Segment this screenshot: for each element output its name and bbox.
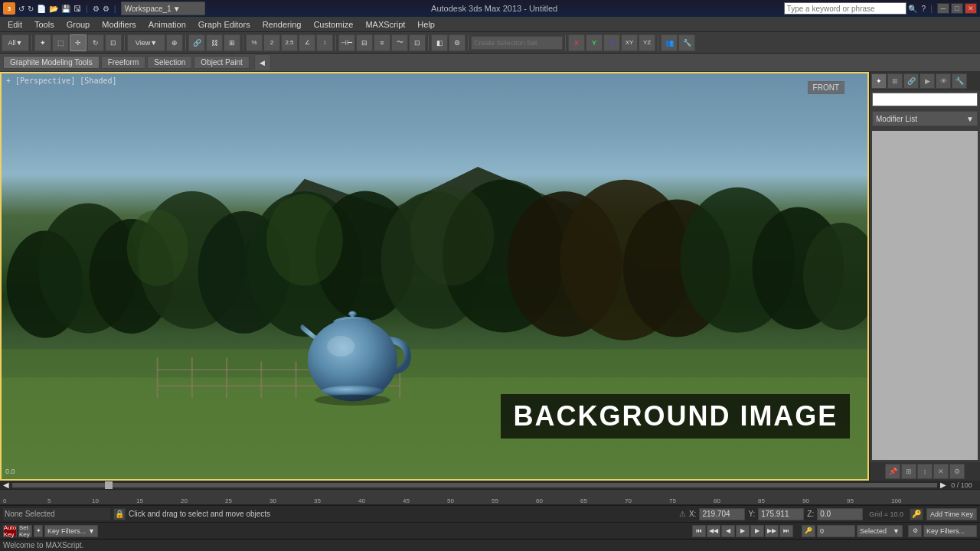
x-axis[interactable]: X — [568, 34, 585, 51]
next-frame-btn[interactable]: ▶ — [750, 525, 764, 537]
add-time-key-btn[interactable]: Add Time Key — [926, 508, 977, 520]
angle-snap[interactable]: ∠ — [299, 34, 315, 51]
select-scale[interactable]: ⊡ — [105, 34, 122, 51]
toolbar-save[interactable]: 💾 — [61, 5, 70, 13]
rp-tab-utilities[interactable]: 🔧 — [952, 73, 967, 89]
statusbar-lock-icon[interactable]: 🔒 — [113, 508, 126, 520]
pivot-btn[interactable]: ⊕ — [166, 34, 183, 51]
menu-modifiers[interactable]: Modifiers — [96, 17, 142, 31]
prev-key-btn[interactable]: ◀◀ — [707, 525, 720, 537]
align-btn[interactable]: ⊟ — [356, 34, 373, 51]
front-label-button[interactable]: FRONT — [808, 81, 844, 94]
z-coord-field[interactable]: 0.0 — [817, 508, 863, 520]
namedsel-btn[interactable]: 👥 — [661, 34, 678, 51]
rp-delete-btn[interactable]: ✕ — [933, 464, 949, 479]
key-filters-dropdown[interactable]: Key Filters... ▼ — [44, 525, 98, 537]
rp-tab-display[interactable]: 👁 — [936, 73, 951, 89]
y-coord-field[interactable]: 175.911 — [758, 508, 804, 520]
toolbar-open[interactable]: 📂 — [49, 5, 58, 13]
layer-btn[interactable]: ≡ — [374, 34, 390, 51]
set-key-btn[interactable]: Set Key — [18, 525, 32, 537]
snap2-5d[interactable]: 2.5 — [281, 34, 298, 51]
menu-help[interactable]: Help — [411, 17, 441, 31]
mirror-btn[interactable]: ⊣⊢ — [338, 34, 355, 51]
restore-button[interactable]: □ — [951, 3, 963, 14]
menu-rendering[interactable]: Rendering — [256, 17, 308, 31]
modifier-search-input[interactable] — [873, 95, 977, 105]
render-setup[interactable]: ⚙ — [449, 34, 466, 51]
rp-move-btn[interactable]: ↕ — [917, 464, 933, 479]
x-coord-field[interactable]: 219.704 — [699, 508, 745, 520]
more-tools[interactable]: 🔧 — [678, 34, 695, 51]
rp-tab-motion[interactable]: ▶ — [920, 73, 935, 89]
snap2d[interactable]: 2 — [263, 34, 280, 51]
link-btn[interactable]: 🔗 — [188, 34, 205, 51]
play-btn[interactable]: ▶ — [736, 525, 750, 537]
rp-grid-btn[interactable]: ⊞ — [901, 464, 916, 479]
close-button[interactable]: ✕ — [965, 3, 977, 14]
key-mode-icon[interactable]: 🔑 — [802, 525, 815, 537]
prev-frame-icon[interactable]: ◀ — [3, 481, 9, 489]
ribbon-tab-graphite[interactable]: Graphite Modeling Tools — [3, 56, 100, 69]
toolbar-undo[interactable]: ↺ — [18, 5, 24, 13]
key-lock-icon[interactable]: 🔑 — [910, 508, 923, 520]
minimize-button[interactable]: ─ — [937, 3, 949, 14]
ribbon-tab-freeform[interactable]: Freeform — [101, 56, 146, 69]
xy-axis[interactable]: XY — [621, 34, 638, 51]
selection-set-field[interactable] — [471, 36, 563, 50]
timeline-track[interactable] — [12, 483, 937, 487]
unlink-btn[interactable]: ⛓ — [206, 34, 223, 51]
ribbon-tab-selection[interactable]: Selection — [147, 56, 192, 69]
yz-axis[interactable]: YZ — [639, 34, 655, 51]
menu-customize[interactable]: Customize — [307, 17, 359, 31]
timeline-slider[interactable]: ◀ ▶ 0 / 100 — [0, 481, 980, 490]
ribbon-more-btn[interactable]: ◀ — [254, 54, 271, 71]
curve-editor[interactable]: 〜 — [391, 34, 408, 51]
bind-btn[interactable]: ⊞ — [224, 34, 240, 51]
z-axis[interactable]: Z — [603, 34, 620, 51]
modifier-search[interactable] — [872, 93, 978, 106]
search-input[interactable] — [784, 2, 906, 15]
y-axis[interactable]: Y — [586, 34, 603, 51]
select-rotate[interactable]: ↻ — [87, 34, 104, 51]
ribbon-tab-objectpaint[interactable]: Object Paint — [194, 56, 249, 69]
workspace-dropdown[interactable]: Workspace_1 ▼ — [121, 2, 205, 15]
rp-settings-btn[interactable]: ⚙ — [949, 464, 965, 479]
selection-mode-dropdown[interactable]: Selected ▼ — [857, 525, 903, 537]
search-icon[interactable]: 🔍 — [908, 5, 917, 13]
menu-edit[interactable]: Edit — [2, 17, 28, 31]
timeline-thumb[interactable] — [105, 481, 113, 489]
set-keys-btn[interactable]: ✦ — [34, 525, 43, 537]
help-icon[interactable]: ? — [922, 5, 926, 13]
select-region[interactable]: ⬚ — [52, 34, 69, 51]
next-key-btn[interactable]: ▶▶ — [765, 525, 779, 537]
select-filter-dropdown[interactable]: All ▼ — [2, 34, 29, 51]
go-to-end[interactable]: ⏭ — [779, 525, 793, 537]
material-editor[interactable]: ◧ — [431, 34, 448, 51]
time-config-btn[interactable]: ⚙ — [908, 525, 922, 537]
toolbar-extra1[interactable]: ⚙ — [93, 5, 100, 13]
rp-tab-create[interactable]: ✦ — [871, 73, 887, 89]
reference-coord[interactable]: View ▼ — [127, 34, 165, 51]
toolbar-extra2[interactable]: ⚙ — [103, 5, 109, 13]
go-to-start[interactable]: ⏮ — [692, 525, 706, 537]
select-object[interactable]: ✦ — [34, 34, 51, 51]
menu-maxscript[interactable]: MAXScript — [359, 17, 411, 31]
menu-tools[interactable]: Tools — [28, 17, 60, 31]
next-frame-icon[interactable]: ▶ — [940, 481, 946, 489]
current-frame-field[interactable]: 0 — [817, 525, 855, 537]
viewport[interactable]: BACKGROUND IMAGE + [Perspective] [Shaded… — [0, 72, 869, 481]
toolbar-save2[interactable]: 🖫 — [74, 5, 81, 13]
select-move[interactable]: ✛ — [70, 34, 87, 51]
schematic[interactable]: ⊡ — [409, 34, 426, 51]
rp-pin-btn[interactable]: 📌 — [885, 464, 900, 479]
key-filters-field[interactable]: Key Filters... — [923, 525, 977, 537]
rp-tab-hierarchy[interactable]: 🔗 — [903, 73, 919, 89]
menu-group[interactable]: Group — [60, 17, 96, 31]
modifier-list-dropdown[interactable]: Modifier List ▼ — [872, 111, 978, 126]
spinner-snap[interactable]: ↕ — [316, 34, 333, 51]
rp-tab-modify[interactable]: ⊞ — [887, 73, 903, 89]
percent-snap[interactable]: % — [246, 34, 263, 51]
prev-frame-btn[interactable]: ◀ — [721, 525, 735, 537]
menu-animation[interactable]: Animation — [142, 17, 192, 31]
